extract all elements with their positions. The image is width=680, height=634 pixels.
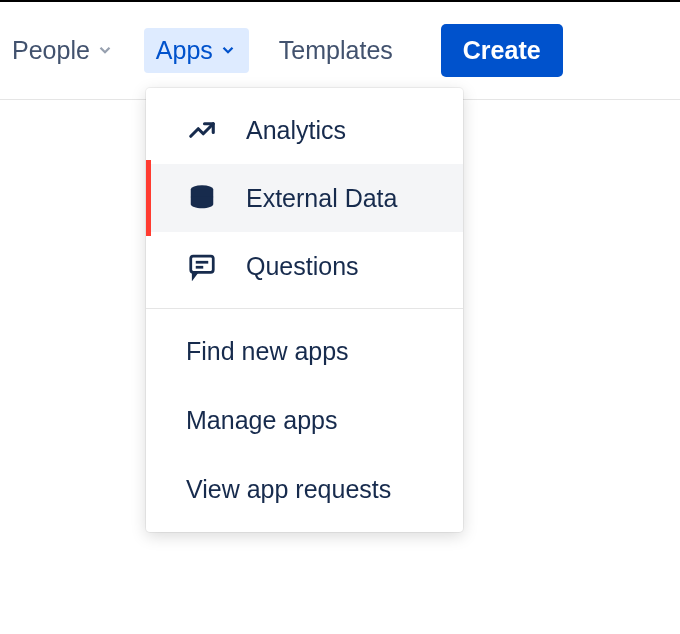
dropdown-item-external-data[interactable]: External Data [146,164,463,232]
nav-item-templates[interactable]: Templates [267,28,405,73]
top-nav-bar: People Apps Templates Create [0,2,680,100]
dropdown-divider [146,308,463,309]
nav-item-people[interactable]: People [0,28,126,73]
database-icon [186,182,218,214]
apps-dropdown-menu: Analytics External Data Questions Find n… [146,88,463,532]
dropdown-label: Analytics [246,116,346,145]
dropdown-item-analytics[interactable]: Analytics [146,96,463,164]
dropdown-item-questions[interactable]: Questions [146,232,463,300]
dropdown-link-manage-apps[interactable]: Manage apps [146,386,463,455]
dropdown-label: Questions [246,252,359,281]
chat-icon [186,250,218,282]
dropdown-link-view-requests[interactable]: View app requests [146,455,463,524]
create-button[interactable]: Create [441,24,563,77]
nav-item-apps[interactable]: Apps [144,28,249,73]
chevron-down-icon [219,36,237,65]
chevron-down-icon [96,36,114,65]
dropdown-label: External Data [246,184,397,213]
nav-label-people: People [12,36,90,65]
svg-rect-1 [191,256,214,272]
nav-label-apps: Apps [156,36,213,65]
chart-icon [186,114,218,146]
dropdown-link-find-apps[interactable]: Find new apps [146,317,463,386]
nav-label-templates: Templates [279,36,393,65]
